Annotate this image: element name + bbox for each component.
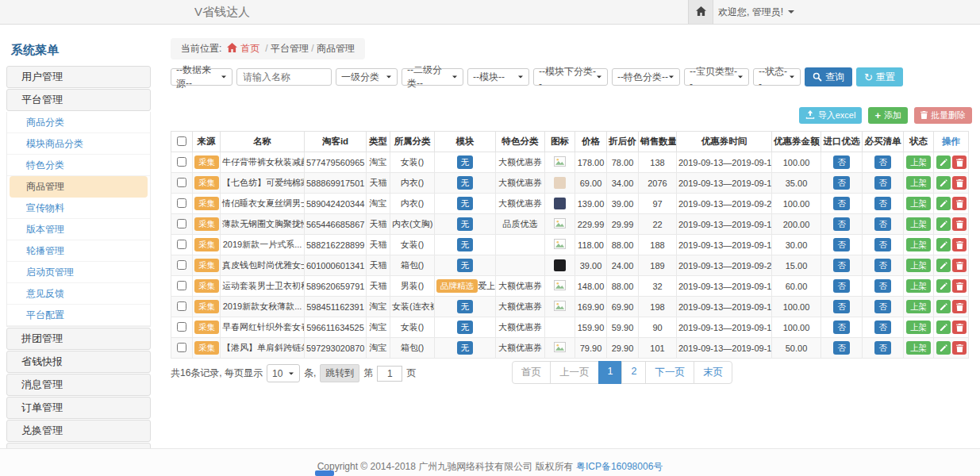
import-pref-badge[interactable]: 否 [833,217,850,231]
batch-delete-button[interactable]: 批量删除 [914,107,972,124]
edit-button[interactable] [936,321,951,334]
status-badge[interactable]: 上架 [906,155,931,169]
page-button-下一页[interactable]: 下一页 [645,361,694,384]
filter-select[interactable]: --二级分类-- [402,68,463,86]
row-checkbox[interactable] [177,178,186,187]
edit-button[interactable] [936,238,951,251]
sidebar-item[interactable]: 消息管理 [6,374,151,396]
status-badge[interactable]: 上架 [906,321,931,334]
sidebar-subitem[interactable]: 特色分类 [7,155,150,176]
page-button-首页[interactable]: 首页 [512,361,551,384]
row-checkbox[interactable] [177,322,186,332]
delete-button[interactable] [952,176,967,190]
import-pref-badge[interactable]: 否 [833,197,850,210]
must-buy-badge[interactable]: 否 [874,279,891,293]
edit-button[interactable] [936,341,951,355]
row-checkbox[interactable] [177,301,186,311]
status-badge[interactable]: 上架 [906,259,931,272]
icp-link[interactable]: 粤ICP备16098006号 [576,461,663,472]
reset-button[interactable]: ↻重置 [856,67,903,86]
import-pref-badge[interactable]: 否 [833,300,850,313]
sidebar-item-user-management[interactable]: 用户管理 [6,66,151,88]
edit-button[interactable] [936,155,951,169]
row-checkbox[interactable] [177,281,186,290]
page-button-1[interactable]: 1 [598,361,623,384]
must-buy-badge[interactable]: 否 [874,217,891,231]
breadcrumb-home-link[interactable]: 首页 [227,42,259,56]
sidebar-subitem[interactable]: 商品分类 [7,112,150,133]
delete-button[interactable] [952,155,967,169]
must-buy-badge[interactable]: 否 [874,321,891,334]
delete-button[interactable] [952,238,967,251]
sidebar-subitem[interactable]: 轮播管理 [7,240,150,262]
import-pref-badge[interactable]: 否 [833,259,850,272]
import-pref-badge[interactable]: 否 [833,155,850,169]
row-checkbox[interactable] [177,343,186,352]
filter-select[interactable]: --宝贝类型-- [684,68,749,86]
delete-button[interactable] [952,321,967,334]
name-search-input[interactable] [236,68,332,86]
jump-button[interactable]: 跳转到 [320,364,359,382]
sidebar-subitem[interactable]: 宣传物料 [7,198,150,219]
edit-button[interactable] [936,259,951,272]
row-checkbox[interactable] [177,198,186,208]
sidebar-item[interactable]: 订单管理 [6,397,151,419]
import-excel-button[interactable]: 导入excel [799,107,863,124]
sidebar-subitem[interactable]: 模块商品分类 [7,133,150,155]
filter-select[interactable]: --状态-- [753,68,801,86]
delete-button[interactable] [952,259,967,272]
sidebar-item[interactable]: 统计管理 [6,443,151,448]
import-pref-badge[interactable]: 否 [833,341,850,355]
import-pref-badge[interactable]: 否 [833,176,850,190]
delete-button[interactable] [952,279,967,293]
must-buy-badge[interactable]: 否 [874,259,891,272]
sidebar-item[interactable]: 拼团管理 [6,328,151,350]
must-buy-badge[interactable]: 否 [874,176,891,190]
breadcrumb-item[interactable]: 商品管理 [317,43,355,54]
must-buy-badge[interactable]: 否 [874,238,891,251]
filter-select[interactable]: --模块下分类-- [533,68,608,86]
row-checkbox[interactable] [177,240,186,249]
import-pref-badge[interactable]: 否 [833,279,850,293]
status-badge[interactable]: 上架 [906,217,931,231]
must-buy-badge[interactable]: 否 [874,197,891,210]
edit-button[interactable] [936,197,951,210]
status-badge[interactable]: 上架 [906,176,931,190]
delete-button[interactable] [952,300,967,313]
page-button-上一页[interactable]: 上一页 [550,361,599,384]
per-page-select[interactable]: 10 [267,364,300,382]
status-badge[interactable]: 上架 [906,197,931,210]
must-buy-badge[interactable]: 否 [874,341,891,355]
select-all-checkbox[interactable] [177,136,186,146]
sidebar-subitem[interactable]: 平台配置 [7,305,150,326]
status-badge[interactable]: 上架 [906,279,931,293]
import-pref-badge[interactable]: 否 [833,321,850,334]
row-checkbox[interactable] [177,157,186,167]
row-checkbox[interactable] [177,219,186,228]
jump-page-input[interactable] [377,366,402,382]
sidebar-item[interactable]: 兑换管理 [6,420,151,442]
breadcrumb-item[interactable]: 平台管理 [271,43,309,54]
sidebar-subitem[interactable]: 启动页管理 [7,262,150,283]
edit-button[interactable] [936,300,951,313]
sidebar-item[interactable]: 省钱快报 [6,351,151,373]
status-badge[interactable]: 上架 [906,238,931,251]
delete-button[interactable] [952,341,967,355]
filter-select[interactable]: 一级分类 [336,68,398,86]
filter-select[interactable]: --数据来源-- [171,68,233,86]
must-buy-badge[interactable]: 否 [874,300,891,313]
sidebar-subitem[interactable]: 版本管理 [7,219,150,240]
import-pref-badge[interactable]: 否 [833,238,850,251]
page-button-末页[interactable]: 末页 [694,361,732,384]
edit-button[interactable] [936,279,951,293]
user-menu[interactable]: 欢迎您, 管理员! [718,0,794,24]
page-button-2[interactable]: 2 [621,361,646,384]
must-buy-badge[interactable]: 否 [874,155,891,169]
filter-select[interactable]: --特色分类-- [612,68,680,86]
status-badge[interactable]: 上架 [906,300,931,313]
add-button[interactable]: + 添加 [868,107,908,124]
edit-button[interactable] [936,176,951,190]
search-button[interactable]: 查询 [805,67,852,86]
status-badge[interactable]: 上架 [906,341,931,355]
edit-button[interactable] [936,217,951,231]
